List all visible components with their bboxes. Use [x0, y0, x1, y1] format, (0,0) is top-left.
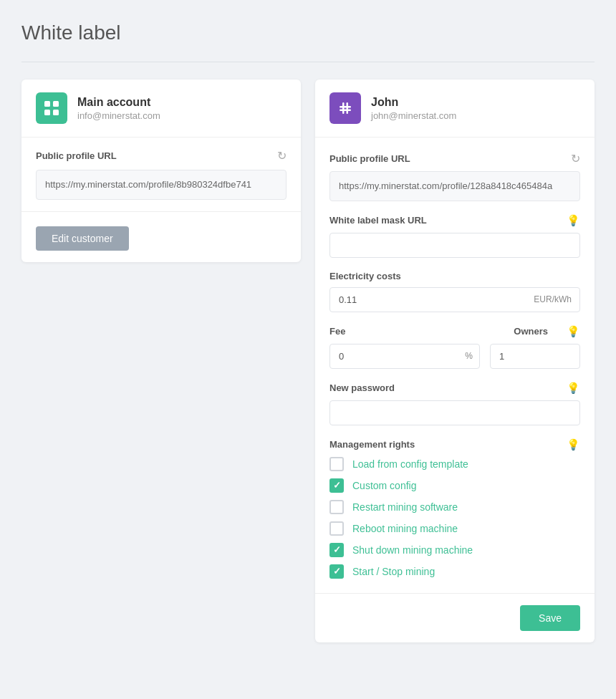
john-profile-label-row: Public profile URL ↻	[329, 152, 580, 165]
john-profile-url-label: Public profile URL	[329, 153, 410, 164]
fee-owners-row: %	[329, 344, 580, 369]
main-account-avatar	[36, 92, 67, 124]
svg-rect-1	[53, 101, 59, 107]
shutdown-machine-checkbox[interactable]	[329, 543, 344, 557]
svg-rect-0	[44, 101, 50, 107]
checkbox-start-stop-mining: Start / Stop mining	[329, 564, 580, 579]
start-stop-mining-checkbox[interactable]	[329, 564, 344, 579]
new-password-input[interactable]	[329, 400, 580, 425]
checkbox-shutdown-machine: Shut down mining machine	[329, 543, 580, 557]
john-account-header: John john@minerstat.com	[315, 79, 595, 138]
john-account-name: John	[371, 96, 456, 109]
john-account-card: John john@minerstat.com Public profile U…	[315, 79, 595, 642]
main-profile-label-row: Public profile URL ↻	[36, 149, 287, 163]
custom-config-checkbox[interactable]	[329, 478, 344, 493]
john-right-card-inner: Public profile URL ↻ https://my.minersta…	[315, 138, 595, 593]
main-account-header: Main account info@minerstat.com	[21, 79, 301, 138]
main-account-name: Main account	[77, 96, 160, 109]
divider	[21, 62, 595, 62]
john-refresh-icon[interactable]: ↻	[571, 152, 580, 165]
edit-customer-button[interactable]: Edit customer	[36, 226, 129, 251]
checkbox-load-config: Load from config template	[329, 457, 580, 471]
white-label-mask-label-row: White label mask URL 💡	[329, 214, 580, 227]
management-rights-label: Management rights	[329, 439, 415, 450]
reboot-machine-label: Reboot mining machine	[352, 523, 458, 534]
owners-info-icon[interactable]: 💡	[567, 325, 580, 338]
start-stop-mining-label: Start / Stop mining	[352, 566, 435, 577]
fee-input[interactable]	[329, 344, 480, 369]
owners-field	[490, 344, 580, 369]
management-rights-label-row: Management rights 💡	[329, 438, 580, 451]
john-profile-url-value: https://my.minerstat.com/profile/128a841…	[329, 171, 580, 201]
white-label-mask-info-icon[interactable]: 💡	[567, 214, 580, 227]
new-password-label-row: New password 💡	[329, 382, 580, 395]
new-password-label: New password	[329, 382, 395, 393]
svg-rect-5	[340, 110, 351, 112]
main-avatar-icon	[42, 99, 61, 117]
fee-field: %	[329, 344, 480, 369]
load-config-label: Load from config template	[352, 458, 468, 470]
main-account-info: Main account info@minerstat.com	[77, 96, 160, 121]
john-account-info: John john@minerstat.com	[371, 96, 456, 121]
electricity-costs-group: Electricity costs EUR/kWh	[329, 271, 580, 312]
john-avatar-icon	[336, 99, 355, 117]
electricity-costs-label: Electricity costs	[329, 271, 401, 281]
management-rights-info-icon[interactable]: 💡	[567, 438, 580, 451]
main-profile-url-value: https://my.minerstat.com/profile/8b98032…	[36, 170, 287, 200]
new-password-info-icon[interactable]: 💡	[567, 382, 580, 395]
restart-mining-checkbox[interactable]	[329, 500, 344, 514]
main-public-profile-section: Public profile URL ↻ https://my.minersta…	[21, 138, 301, 212]
fee-input-wrap: %	[329, 344, 480, 369]
electricity-costs-input-wrap: EUR/kWh	[329, 287, 580, 312]
management-rights-group: Management rights 💡 Load from config tem…	[329, 438, 580, 579]
electricity-costs-label-row: Electricity costs	[329, 271, 580, 281]
load-config-checkbox[interactable]	[329, 457, 344, 471]
save-row: Save	[315, 593, 595, 642]
svg-rect-7	[347, 102, 349, 114]
restart-mining-label: Restart mining software	[352, 501, 458, 513]
main-profile-url-label: Public profile URL	[36, 150, 117, 161]
checkbox-restart-mining: Restart mining software	[329, 500, 580, 514]
svg-rect-2	[44, 110, 50, 115]
white-label-mask-input[interactable]	[329, 233, 580, 258]
owners-label: Owners	[514, 326, 548, 337]
new-password-group: New password 💡	[329, 382, 580, 425]
cards-row: Main account info@minerstat.com Public p…	[21, 79, 595, 642]
svg-rect-4	[340, 106, 351, 108]
fee-owners-group: Fee Owners 💡 %	[329, 325, 580, 369]
main-account-email: info@minerstat.com	[77, 110, 160, 121]
john-account-avatar	[329, 92, 361, 124]
custom-config-label: Custom config	[352, 480, 416, 491]
john-account-email: john@minerstat.com	[371, 110, 456, 121]
save-button[interactable]: Save	[520, 605, 580, 631]
reboot-machine-checkbox[interactable]	[329, 521, 344, 536]
main-refresh-icon[interactable]: ↻	[277, 149, 287, 163]
fee-owners-label-row: Fee Owners 💡	[329, 325, 580, 338]
white-label-mask-group: White label mask URL 💡	[329, 214, 580, 258]
checkbox-custom-config: Custom config	[329, 478, 580, 493]
checkbox-reboot-machine: Reboot mining machine	[329, 521, 580, 536]
white-label-mask-label: White label mask URL	[329, 215, 427, 226]
page-title: White label	[21, 21, 595, 44]
fee-label: Fee	[329, 326, 345, 337]
edit-customer-section: Edit customer	[21, 212, 301, 262]
owners-input[interactable]	[490, 344, 580, 369]
svg-rect-6	[342, 102, 345, 114]
shutdown-machine-label: Shut down mining machine	[352, 544, 473, 556]
john-public-profile-group: Public profile URL ↻ https://my.minersta…	[329, 152, 580, 201]
svg-rect-3	[53, 110, 59, 115]
electricity-costs-input[interactable]	[329, 287, 580, 312]
main-account-card: Main account info@minerstat.com Public p…	[21, 79, 301, 262]
